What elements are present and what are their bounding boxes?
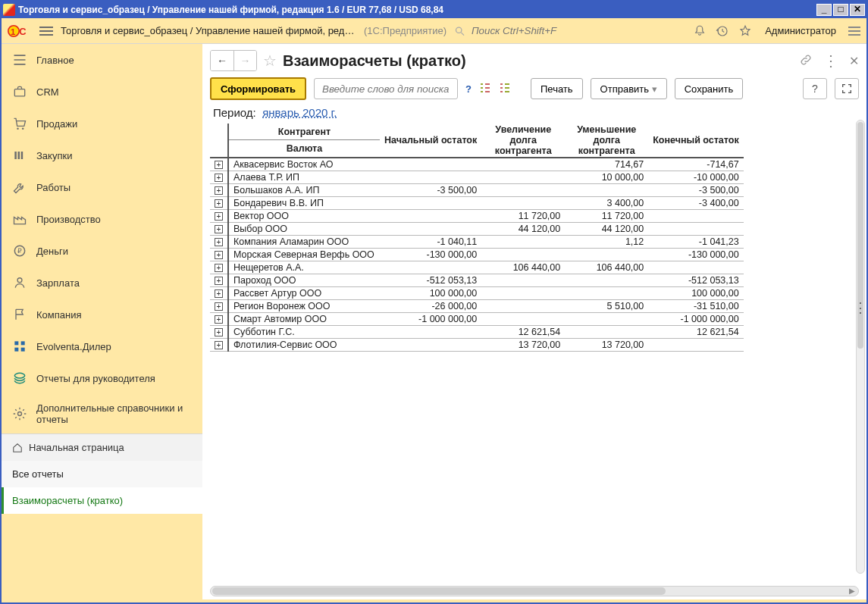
expand-row-icon[interactable]: + <box>215 277 223 285</box>
print-button[interactable]: Печать <box>531 78 583 99</box>
cell-inc <box>481 171 565 184</box>
side-panel-handle-icon[interactable]: ⋮ <box>854 299 866 316</box>
cell-dec: 5 510,00 <box>565 300 648 313</box>
cell-inc <box>481 249 565 261</box>
tab-current-report[interactable]: Взаиморасчеты (кратко) <box>2 487 202 514</box>
expand-row-icon[interactable]: + <box>215 341 223 349</box>
vertical-scrollbar[interactable] <box>856 120 865 574</box>
expand-row-icon[interactable]: + <box>215 238 223 246</box>
collapse-rows-icon[interactable] <box>479 82 491 96</box>
sidebar-item-0[interactable]: Главное <box>2 44 202 76</box>
cell-name: Алаева Т.Р. ИП <box>228 171 380 184</box>
save-button[interactable]: Сохранить <box>675 78 744 99</box>
main-menu-icon[interactable] <box>39 27 53 36</box>
cell-dec: 11 720,00 <box>565 210 648 223</box>
table-row[interactable]: +Пароход ООО-512 053,13-512 053,13 <box>210 274 744 287</box>
sidebar: ГлавноеCRMПродажиЗакупкиРаботыПроизводст… <box>2 44 202 599</box>
cell-inc: 11 720,00 <box>481 210 565 223</box>
minimize-button[interactable]: _ <box>816 4 832 16</box>
maximize-button[interactable]: □ <box>833 4 848 16</box>
period-value-link[interactable]: январь 2020 г. <box>262 106 337 119</box>
expand-row-icon[interactable]: + <box>215 264 223 272</box>
sidebar-item-10[interactable]: Отчеты для руководителя <box>2 362 202 394</box>
table-row[interactable]: +Бондаревич В.В. ИП3 400,00-3 400,00 <box>210 197 744 210</box>
global-search-input[interactable] <box>470 24 685 37</box>
expand-row-icon[interactable]: + <box>215 302 223 311</box>
sidebar-item-9[interactable]: Evolventa.Дилер <box>2 330 202 362</box>
content-header: ← → ☆ Взаиморасчеты (кратко) ⋮ ✕ <box>202 44 866 77</box>
expand-row-icon[interactable]: + <box>215 289 223 298</box>
report-search[interactable] <box>314 78 458 99</box>
table-row[interactable]: +Вектор ООО11 720,0011 720,00 <box>210 210 744 223</box>
nav-back-button[interactable]: ← <box>211 51 233 70</box>
send-button[interactable]: Отправить <box>591 78 667 99</box>
table-row[interactable]: +Большаков А.А. ИП-3 500,00-3 500,00 <box>210 184 744 197</box>
cell-name: Флотилия-Сервис ООО <box>228 339 380 352</box>
svg-rect-15 <box>14 341 18 345</box>
sidebar-item-2[interactable]: Продажи <box>2 108 202 139</box>
gear-icon <box>12 406 27 421</box>
global-search[interactable] <box>454 24 685 37</box>
expand-row-icon[interactable]: + <box>215 199 223 208</box>
settings-menu-icon[interactable] <box>848 27 860 36</box>
nav-forward-button[interactable]: → <box>233 51 256 70</box>
link-icon[interactable] <box>799 53 813 69</box>
cell-end: 100 000,00 <box>648 287 743 300</box>
svg-text:1: 1 <box>11 27 15 36</box>
expand-row-icon[interactable]: + <box>215 161 223 169</box>
horizontal-scrollbar[interactable]: ▶ <box>210 586 859 596</box>
cell-inc <box>481 313 565 326</box>
user-menu[interactable]: Администратор <box>760 25 841 36</box>
expand-row-icon[interactable]: + <box>215 328 223 336</box>
sidebar-item-label: Деньги <box>36 246 68 257</box>
sidebar-item-3[interactable]: Закупки <box>2 139 202 171</box>
table-row[interactable]: +Флотилия-Сервис ООО13 720,0013 720,00 <box>210 339 744 352</box>
sidebar-item-11[interactable]: Дополнительные справочники и отчеты <box>2 394 202 433</box>
table-row[interactable]: +Компания Аламарин ООО-1 040,111,12-1 04… <box>210 236 744 249</box>
table-row[interactable]: +Регион Воронеж ООО-26 000,005 510,00-31… <box>210 300 744 313</box>
close-window-button[interactable]: ✕ <box>850 4 865 16</box>
cell-inc <box>481 236 565 249</box>
expand-row-icon[interactable]: + <box>215 186 223 195</box>
generate-button[interactable]: Сформировать <box>210 77 306 100</box>
star-icon[interactable] <box>738 23 753 39</box>
sidebar-item-4[interactable]: Работы <box>2 171 202 203</box>
sidebar-item-8[interactable]: Компания <box>2 299 202 330</box>
table-row[interactable]: +Морская Северная Верфь ООО-130 000,00-1… <box>210 249 744 261</box>
expand-row-icon[interactable]: + <box>215 225 223 233</box>
svg-rect-11 <box>21 152 24 159</box>
tab-home[interactable]: Начальная страница <box>2 434 202 461</box>
expand-row-icon[interactable]: + <box>215 251 223 259</box>
close-tab-button[interactable]: ✕ <box>849 54 859 68</box>
history-icon[interactable] <box>715 23 730 39</box>
expand-rows-icon[interactable] <box>499 82 511 96</box>
sidebar-item-7[interactable]: Зарплата <box>2 267 202 299</box>
fullscreen-button[interactable] <box>835 78 859 99</box>
table-row[interactable]: +Выбор ООО44 120,0044 120,00 <box>210 223 744 236</box>
search-help-icon[interactable]: ? <box>465 83 472 95</box>
tab-all-reports[interactable]: Все отчеты <box>2 461 202 487</box>
table-row[interactable]: +Алаева Т.Р. ИП10 000,00-10 000,00 <box>210 171 744 184</box>
sidebar-item-6[interactable]: ₽Деньги <box>2 235 202 267</box>
bell-icon[interactable] <box>692 23 707 39</box>
svg-point-3 <box>456 27 461 33</box>
more-icon[interactable]: ⋮ <box>823 57 838 64</box>
report-search-input[interactable] <box>321 79 451 99</box>
cell-start <box>380 223 481 236</box>
table-row[interactable]: +Смарт Автомир ООО-1 000 000,00-1 000 00… <box>210 313 744 326</box>
table-row[interactable]: +Субботин Г.С.12 621,5412 621,54 <box>210 326 744 339</box>
table-row[interactable]: +Аквасервис Восток АО714,67-714,67 <box>210 158 744 171</box>
nav-back-forward: ← → <box>210 50 257 71</box>
help-button[interactable]: ? <box>803 78 827 99</box>
table-row[interactable]: +Нещеретов А.А.106 440,00106 440,00 <box>210 261 744 274</box>
expand-row-icon[interactable]: + <box>215 212 223 221</box>
table-row[interactable]: +Рассвет Артур ООО100 000,00100 000,00 <box>210 287 744 300</box>
expand-row-icon[interactable]: + <box>215 315 223 324</box>
favorite-star-icon[interactable]: ☆ <box>263 52 277 70</box>
expand-row-icon[interactable]: + <box>215 174 223 182</box>
sidebar-item-5[interactable]: Производство <box>2 203 202 235</box>
cell-inc: 44 120,00 <box>481 223 565 236</box>
cell-end: -3 400,00 <box>648 197 743 210</box>
sidebar-item-1[interactable]: CRM <box>2 76 202 108</box>
cell-dec: 13 720,00 <box>565 339 648 352</box>
